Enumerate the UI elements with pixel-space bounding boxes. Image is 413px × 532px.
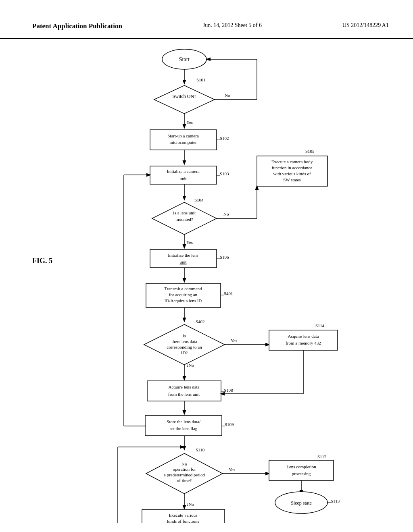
svg-text:No: No (225, 93, 230, 98)
svg-text:corresponding to an: corresponding to an (167, 345, 202, 349)
svg-text:there lens data: there lens data (171, 339, 197, 344)
svg-text:↓No: ↓No (186, 502, 194, 507)
svg-text:S109: S109 (225, 422, 234, 427)
svg-text:S402: S402 (196, 319, 205, 324)
svg-text:Store the lens data/: Store the lens data/ (167, 419, 201, 424)
svg-text:unit: unit (179, 260, 186, 264)
header-left-label: Patent Application Publication (32, 22, 122, 30)
header-right-label: US 2012/148229 A1 (342, 22, 389, 29)
header-center-label: Jun. 14, 2012 Sheet 5 of 6 (203, 22, 262, 29)
svg-rect-66 (147, 381, 221, 401)
svg-text:↓No: ↓No (186, 363, 194, 368)
svg-text:Acquire lens data: Acquire lens data (288, 334, 319, 339)
svg-text:function in accordance: function in accordance (272, 165, 312, 170)
svg-text:S101: S101 (196, 77, 206, 82)
svg-text:unit: unit (179, 176, 186, 181)
svg-rect-89 (269, 460, 334, 480)
page: Patent Application Publication Jun. 14, … (0, 0, 413, 532)
svg-rect-61 (269, 330, 338, 350)
figure-label: FIG. 5 (32, 257, 52, 265)
svg-text:Yes: Yes (229, 467, 235, 472)
svg-text:Yes: Yes (186, 240, 193, 245)
svg-text:SW states: SW states (283, 177, 301, 182)
svg-text:Start: Start (179, 56, 190, 62)
svg-text:S114: S114 (315, 323, 325, 328)
svg-text:from a memory 432: from a memory 432 (286, 341, 321, 345)
svg-text:Yes: Yes (231, 338, 237, 343)
svg-text:set the lens flag: set the lens flag (170, 426, 198, 431)
svg-text:Start-up a camera: Start-up a camera (167, 133, 199, 138)
svg-text:ID?: ID? (181, 350, 188, 355)
svg-text:S113: S113 (331, 499, 340, 503)
flowchart-svg: Start S101 Switch ON? No Yes Start-up a … (55, 43, 358, 523)
svg-text:S106: S106 (220, 255, 229, 260)
svg-text:mounted?: mounted? (175, 217, 193, 222)
svg-text:with various kinds of: with various kinds of (273, 171, 311, 176)
svg-text:Yes: Yes (186, 120, 193, 125)
diagram-area: FIG. 5 Start S101 Switch ON? No (0, 43, 413, 523)
svg-text:S104: S104 (194, 197, 204, 202)
svg-text:for acquiring an: for acquiring an (169, 292, 198, 297)
svg-text:Is a lens unit: Is a lens unit (173, 210, 196, 215)
svg-text:Execute a camera body: Execute a camera body (271, 159, 313, 164)
page-header: Patent Application Publication Jun. 14, … (0, 0, 413, 39)
svg-text:S108: S108 (224, 388, 233, 393)
svg-text:Sleep state: Sleep state (291, 500, 312, 506)
svg-text:Switch ON?: Switch ON? (173, 94, 196, 99)
svg-text:S112: S112 (317, 454, 326, 459)
svg-text:S102: S102 (220, 136, 229, 141)
svg-text:Initialize a camera: Initialize a camera (167, 169, 199, 174)
svg-text:processing: processing (292, 471, 311, 476)
svg-text:a predetermined period: a predetermined period (164, 472, 205, 477)
svg-text:S103: S103 (220, 171, 229, 176)
svg-text:ID/Acquire a lens ID: ID/Acquire a lens ID (165, 298, 202, 303)
svg-text:operation for: operation for (173, 467, 196, 472)
svg-text:Is: Is (183, 333, 186, 338)
svg-text:of time?: of time? (177, 478, 192, 483)
svg-text:Transmit a command: Transmit a command (164, 286, 202, 291)
svg-text:Execute various: Execute various (169, 513, 198, 517)
svg-rect-74 (145, 416, 222, 436)
svg-text:S105: S105 (305, 149, 315, 154)
svg-text:kinds of functions: kinds of functions (167, 519, 199, 523)
svg-rect-39 (150, 249, 217, 268)
svg-marker-4 (154, 85, 215, 114)
svg-text:Initialize the lens: Initialize the lens (168, 253, 198, 258)
svg-text:No: No (181, 461, 187, 466)
svg-text:S110: S110 (196, 447, 205, 452)
svg-text:No: No (223, 212, 229, 216)
svg-text:S401: S401 (224, 291, 233, 296)
svg-text:Acquire lens data: Acquire lens data (169, 384, 200, 389)
svg-text:Lens completion: Lens completion (286, 464, 316, 469)
svg-text:microcomputer: microcomputer (169, 140, 197, 145)
svg-text:from the lens unit: from the lens unit (168, 392, 200, 397)
